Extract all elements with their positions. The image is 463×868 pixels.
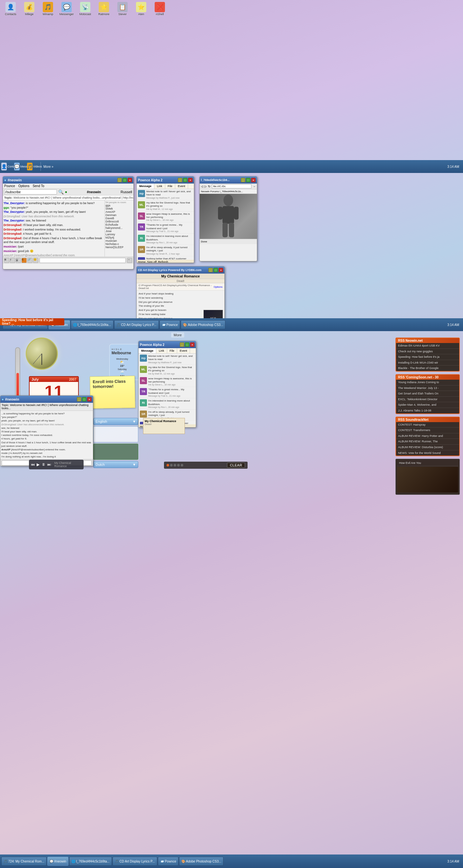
icon-ratmore[interactable]: ⭐ Ratmore	[96, 2, 112, 16]
pownce-refresh-link[interactable]: Refresh	[158, 260, 168, 263]
browser-go-btn[interactable]: →	[253, 185, 256, 188]
lyrics-close[interactable]: ×	[219, 268, 223, 272]
rss-item[interactable]: ALBUM REVIEW: Disturbia (score)	[396, 444, 459, 451]
taskbar-b2-lyrics[interactable]: 🎵 CD Art Display Lyrics P...	[113, 857, 157, 866]
music-prev-btn[interactable]: ⏮	[31, 462, 35, 467]
browser-reload-btn[interactable]: ↻	[208, 185, 211, 188]
icon-stever[interactable]: 📋 Stever	[115, 2, 130, 16]
irc-underline-btn[interactable]: U	[16, 258, 21, 263]
irc-maximize[interactable]: □	[123, 178, 127, 182]
irc-message-input[interactable]	[39, 258, 126, 263]
pownce-home-link[interactable]: Home	[138, 260, 146, 263]
clear-button[interactable]: CLEAR	[227, 463, 245, 468]
icon-aten[interactable]: ⭐ Aten	[133, 2, 149, 16]
lang-from-select[interactable]: English ▼	[93, 418, 138, 425]
pownce2-tab-link[interactable]: Link	[156, 348, 167, 353]
icon-milege[interactable]: 💰 Milege	[21, 2, 37, 16]
taskbar-b2-neowin[interactable]: 💬 #neowin	[47, 857, 68, 866]
rss-item[interactable]: Check out my new goggles	[396, 349, 459, 354]
irc-bold-btn[interactable]: B	[4, 258, 9, 263]
pownce-maximize[interactable]: □	[183, 178, 187, 182]
rss-how-evil[interactable]: How Evil Are You	[397, 460, 458, 466]
rss-item[interactable]: ALBUM REVIEW: Runner, The	[396, 439, 459, 444]
browser-minimize[interactable]: _	[241, 178, 245, 182]
more-button[interactable]: More »	[43, 165, 53, 168]
taskbar-b2-photoshop[interactable]: 🎨 Adobe Photoshop CS3...	[179, 857, 223, 866]
icon-winamp[interactable]: 🎵 Winamp	[40, 2, 56, 16]
pownce2-tab-file[interactable]: File	[167, 348, 178, 353]
taskbar-lyrics-btn[interactable]: 🎵 CD Art Display Lyrics P...	[114, 320, 159, 329]
taskbar-browser-btn[interactable]: 🌐 l_769ed4f44c5c1b9ta...	[71, 320, 114, 329]
rss-item[interactable]: ALBUM REVIEW: Harry Potter and	[396, 433, 459, 439]
dot-5[interactable]	[181, 464, 183, 466]
irc-minimize[interactable]: _	[117, 178, 122, 182]
icon-nshell[interactable]: ❌ nShell	[152, 2, 168, 16]
taskbar-icon-message[interactable]: 💬 Message	[14, 163, 26, 170]
browser-address-bar[interactable]	[212, 184, 251, 188]
music-pause-btn[interactable]: ⏸	[41, 462, 45, 467]
irc2-minimize[interactable]: _	[77, 397, 81, 402]
pownce-tab-file[interactable]: File	[165, 184, 176, 189]
pownce-tab-link[interactable]: Link	[154, 184, 165, 189]
browser-close[interactable]: ×	[251, 178, 256, 182]
rss-item[interactable]: CONTEST: Transformers	[396, 428, 459, 433]
music-play-btn[interactable]: ▶	[37, 462, 39, 467]
icon-messenger[interactable]: 💬 Messenger	[59, 2, 74, 16]
pownce2-tab-message[interactable]: Message	[138, 348, 156, 353]
rss-item[interactable]: Installing D-Link WUA-2340 wir	[396, 360, 459, 366]
pownce2-tab-event[interactable]: Event	[177, 348, 190, 353]
taskbar-pownce-btn[interactable]: 📨 Pownce	[159, 320, 180, 329]
rss-item[interactable]: The Weekend Warrior: July 13 -	[396, 385, 459, 391]
irc-emoji-btn[interactable]: 😊	[33, 258, 38, 263]
rss-item[interactable]: CONTEST: Hairspray	[396, 422, 459, 428]
pownce2-maximize[interactable]: □	[185, 342, 189, 347]
dot-4[interactable]	[177, 464, 180, 466]
pownce-minimize[interactable]: _	[178, 178, 182, 182]
icon-contacts[interactable]: 👤 Contacts	[3, 2, 19, 16]
irc-link-btn[interactable]: 🔗	[27, 258, 32, 263]
rss-item[interactable]: J.J. Abrams Talks 1-18-08	[396, 408, 459, 413]
pownce-tab-message[interactable]: Message	[137, 184, 154, 189]
rss-item[interactable]: Speeding: How fast before it's ja	[396, 354, 459, 360]
irc-color-btn[interactable]: C	[22, 258, 27, 263]
dot-2[interactable]	[170, 464, 173, 466]
icon-motocast[interactable]: 📡 Motocast	[77, 2, 93, 16]
irc-close[interactable]: ×	[128, 178, 132, 182]
pownce2-close[interactable]: ×	[190, 342, 194, 347]
lyrics-maximize[interactable]: □	[214, 268, 218, 272]
more-btn-2[interactable]: More	[171, 333, 184, 338]
browser-forward-btn[interactable]: ▷	[205, 185, 207, 188]
dot-3[interactable]	[174, 464, 176, 466]
browser-back-btn[interactable]: ◁	[201, 185, 203, 188]
rss-item[interactable]: EXCL: Tekkonkinkreet Director	[396, 397, 459, 403]
irc-menu-pownce[interactable]: Pounce	[4, 184, 15, 188]
lang-to-select[interactable]: Dutch ▼	[93, 461, 138, 468]
irc-server-input[interactable]	[4, 189, 57, 194]
irc2-close[interactable]: ×	[87, 397, 92, 402]
irc-italic-btn[interactable]: I	[10, 258, 15, 263]
taskbar-icon-videos[interactable]: 🎵 Videos	[27, 163, 39, 170]
taskbar-b2-browser[interactable]: 🌐 l_769ed4f44c5c1b9ta...	[69, 857, 112, 866]
pownce-tab-event[interactable]: Event	[175, 184, 188, 189]
lyrics-minimize[interactable]: _	[208, 268, 213, 272]
pownce-signoff-link[interactable]: Sign off	[147, 260, 157, 263]
taskbar-b2-pownce[interactable]: 📨 Pownce	[158, 857, 179, 866]
rss-item[interactable]: Young Indiana Jones Coming to	[396, 380, 459, 385]
pownce-close[interactable]: ×	[188, 178, 193, 182]
rss-item[interactable]: Blackle - The Brother of Google	[396, 366, 459, 371]
browser-maximize[interactable]: □	[246, 178, 250, 182]
taskbar-photoshop-btn[interactable]: 🎨 Adobe Photoshop CS3...	[181, 320, 225, 329]
rss-item[interactable]: NEWS: Vote for the World Sound	[396, 451, 459, 456]
irc2-maximize[interactable]: □	[82, 397, 87, 402]
taskbar-b2-724[interactable]: 🎵 724: My Chemical Rom...	[1, 857, 47, 866]
lang-input-text[interactable]	[93, 426, 138, 442]
irc-menu-options[interactable]: Options	[18, 184, 29, 188]
rss-item[interactable]: Spider-Man 4, Wolverine, and	[396, 402, 459, 408]
taskbar-icon-contacts[interactable]: 👤 Contacts	[1, 163, 13, 170]
dot-1[interactable]	[166, 464, 169, 466]
pownce2-minimize[interactable]: _	[180, 342, 184, 347]
music-next-btn[interactable]: ⏭	[47, 462, 51, 467]
irc-send-btn[interactable]: →	[127, 258, 132, 263]
rss-item[interactable]: Get Smart and Elah Trailers On	[396, 391, 459, 397]
irc-menu-sendto[interactable]: Send To	[32, 184, 44, 188]
